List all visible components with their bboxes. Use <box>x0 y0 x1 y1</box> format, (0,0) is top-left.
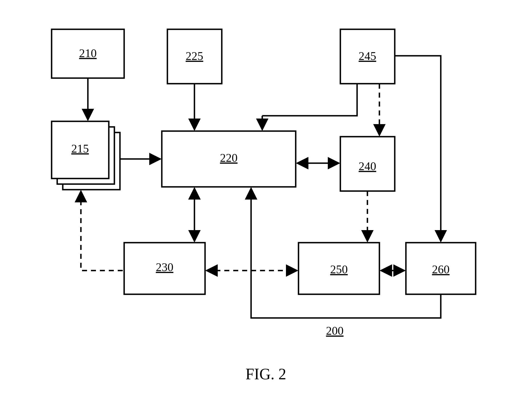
block-220-label: 220 <box>220 151 238 164</box>
edge-245-220 <box>262 84 357 116</box>
edge-230-215-dashed <box>81 191 123 271</box>
block-230-label: 230 <box>156 261 174 274</box>
block-225-label: 225 <box>186 50 203 62</box>
block-210-label: 210 <box>79 47 97 60</box>
block-250-label: 250 <box>330 263 348 276</box>
block-240-label: 240 <box>359 160 376 173</box>
figure-caption: FIG. 2 <box>245 365 286 383</box>
block-215-label: 215 <box>71 142 89 155</box>
figure-ref-label: 200 <box>326 324 344 337</box>
block-260-label: 260 <box>432 263 450 276</box>
block-245-label: 245 <box>359 50 376 62</box>
edge-245-260 <box>395 56 441 241</box>
